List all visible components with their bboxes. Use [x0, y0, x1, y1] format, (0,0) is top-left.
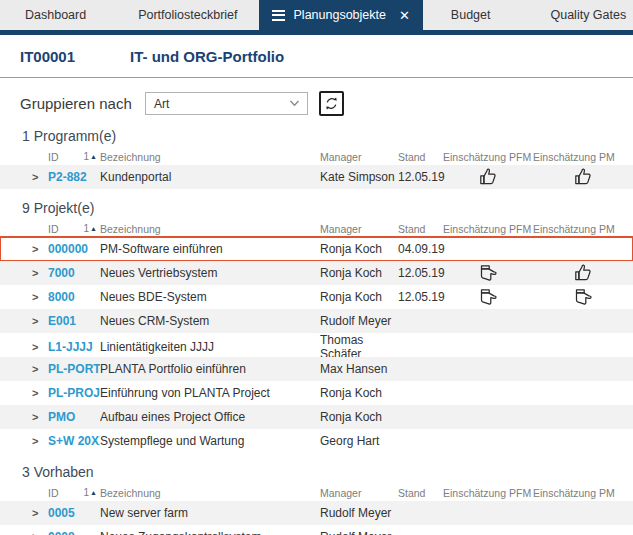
thumb-sideways-icon [478, 287, 498, 307]
tab-label: Budget [451, 8, 491, 22]
row-id-link[interactable]: 8000 [48, 290, 100, 304]
chevron-right-icon[interactable]: > [32, 315, 48, 327]
column-header-stand[interactable]: Stand [398, 151, 443, 163]
row-stand: 12.05.19 [398, 290, 443, 304]
row-id-link[interactable]: L1-JJJJ [48, 340, 100, 354]
portfolio-id: IT00001 [20, 48, 130, 65]
table-row[interactable]: >000000PM-Software einführenRonja Koch04… [0, 237, 633, 261]
column-header-einschaetzung-pm[interactable]: Einschätzung PM [533, 151, 633, 163]
column-header-bezeichnung[interactable]: Bezeichnung [100, 151, 320, 163]
tab-quality-gates[interactable]: Quality Gates [537, 0, 633, 30]
tab-budget[interactable]: Budget [438, 0, 504, 30]
tab-label: Portfoliosteckbrief [138, 8, 237, 22]
row-bezeichnung: Kundenportal [100, 170, 320, 184]
row-manager: Max Hansen [320, 362, 398, 376]
column-header-einschaetzung-pfm[interactable]: Einschätzung PFM [443, 223, 533, 235]
column-header-id[interactable]: ID1▲ [48, 487, 100, 499]
tab-dashboard[interactable]: Dashboard [12, 0, 99, 30]
column-header-manager[interactable]: Manager [320, 487, 398, 499]
row-einschaetzung-pfm [443, 263, 533, 283]
row-einschaetzung-pm [533, 263, 633, 283]
table-row[interactable]: >7000Neues VertriebsystemRonja Koch12.05… [0, 261, 633, 285]
column-header-manager[interactable]: Manager [320, 223, 398, 235]
section-title: 9 Projekt(e) [22, 200, 633, 216]
table-row[interactable]: >0005New server farmRudolf Meyer [0, 501, 633, 525]
row-id-link[interactable]: 7000 [48, 266, 100, 280]
column-header-einschaetzung-pm[interactable]: Einschätzung PM [533, 487, 633, 499]
refresh-icon [323, 95, 340, 112]
tab-planungsobjekte[interactable]: Planungsobjekte ✕ [259, 0, 423, 30]
row-stand: 12.05.19 [398, 266, 443, 280]
row-bezeichnung: Aufbau eines Project Office [100, 410, 320, 424]
column-header-manager[interactable]: Manager [320, 151, 398, 163]
row-bezeichnung: PM-Software einführen [100, 242, 320, 256]
row-id-link[interactable]: 0005 [48, 506, 100, 520]
chevron-right-icon[interactable]: > [32, 435, 48, 447]
row-bezeichnung: Linientätigkeiten JJJJ [100, 340, 320, 354]
chevron-right-icon[interactable]: > [32, 507, 48, 519]
column-header-einschaetzung-pfm[interactable]: Einschätzung PFM [443, 151, 533, 163]
chevron-right-icon[interactable]: > [32, 411, 48, 423]
thumb-sideways-icon [573, 287, 593, 307]
row-id-link[interactable]: PL-PROJECT [48, 386, 100, 400]
chevron-down-icon [289, 100, 300, 107]
row-bezeichnung: Neues CRM-System [100, 314, 320, 328]
row-einschaetzung-pm [533, 167, 633, 187]
row-id-link[interactable]: P2-882 [48, 170, 100, 184]
refresh-button[interactable] [319, 91, 344, 116]
chevron-right-icon[interactable]: > [32, 267, 48, 279]
row-id-link[interactable]: S+W 20XX [48, 434, 100, 448]
chevron-right-icon[interactable]: > [32, 291, 48, 303]
sort-indicator[interactable]: 1▲ [84, 487, 98, 498]
row-manager: Rudolf Meyer [320, 530, 398, 535]
hamburger-icon[interactable] [272, 10, 285, 21]
row-id-link[interactable]: PL-PORTFO... [48, 362, 100, 376]
close-icon[interactable]: ✕ [399, 9, 410, 22]
row-bezeichnung: Systempflege und Wartung [100, 434, 320, 448]
sort-indicator[interactable]: 1▲ [84, 223, 98, 234]
table-row[interactable]: >PL-PORTFO...PLANTA Portfolio einführenM… [0, 357, 633, 381]
portfolio-header: IT00001 IT- und ORG-Portfolio [0, 35, 633, 78]
row-manager: Rudolf Meyer [320, 506, 398, 520]
row-bezeichnung: Neues BDE-System [100, 290, 320, 304]
table-row[interactable]: >L1-JJJJLinientätigkeiten JJJJThomas Sch… [0, 333, 633, 357]
row-id-link[interactable]: 0008 [48, 530, 100, 535]
column-header-bezeichnung[interactable]: Bezeichnung [100, 487, 320, 499]
chevron-right-icon[interactable]: > [32, 363, 48, 375]
group-by-label: Gruppieren nach [20, 95, 145, 112]
table-row[interactable]: >PMOAufbau eines Project OfficeRonja Koc… [0, 405, 633, 429]
chevron-right-icon[interactable]: > [32, 243, 48, 255]
row-id-link[interactable]: 000000 [48, 242, 100, 256]
group-by-select[interactable]: Art [145, 92, 308, 115]
thumb-up-icon [573, 167, 593, 187]
row-manager: Ronja Koch [320, 266, 398, 280]
table-row[interactable]: >0008Neues ZugangskontrollsystemRudolf M… [0, 525, 633, 535]
chevron-right-icon[interactable]: > [32, 171, 48, 183]
row-id-link[interactable]: PMO [48, 410, 100, 424]
column-header-bezeichnung[interactable]: Bezeichnung [100, 223, 320, 235]
portfolio-title: IT- und ORG-Portfolio [130, 48, 284, 65]
table-row[interactable]: >S+W 20XXSystempflege und WartungGeorg H… [0, 429, 633, 453]
column-header-stand[interactable]: Stand [398, 223, 443, 235]
column-header-stand[interactable]: Stand [398, 487, 443, 499]
group-toolbar: Gruppieren nach Art [20, 91, 633, 116]
column-header-einschaetzung-pm[interactable]: Einschätzung PM [533, 223, 633, 235]
chevron-right-icon[interactable]: > [32, 387, 48, 399]
table-row[interactable]: >8000Neues BDE-SystemRonja Koch12.05.19 [0, 285, 633, 309]
table-row[interactable]: >E001Neues CRM-SystemRudolf Meyer [0, 309, 633, 333]
tab-bar: Dashboard Portfoliosteckbrief Planungsob… [0, 0, 633, 30]
tab-label: Planungsobjekte [294, 8, 386, 22]
row-manager: Ronja Koch [320, 386, 398, 400]
sort-indicator[interactable]: 1▲ [84, 151, 98, 162]
row-id-link[interactable]: E001 [48, 314, 100, 328]
table-row[interactable]: >P2-882KundenportalKate Simpson12.05.19 [0, 165, 633, 189]
row-manager: Kate Simpson [320, 170, 398, 184]
column-header-einschaetzung-pfm[interactable]: Einschätzung PFM [443, 487, 533, 499]
column-header-id[interactable]: ID1▲ [48, 151, 100, 163]
chevron-right-icon[interactable]: > [32, 341, 48, 353]
table-row[interactable]: >PL-PROJECTEinführung von PLANTA Project… [0, 381, 633, 405]
chevron-right-icon[interactable]: > [32, 531, 48, 535]
tab-portfoliosteckbrief[interactable]: Portfoliosteckbrief [125, 0, 250, 30]
column-header-id[interactable]: ID1▲ [48, 223, 100, 235]
row-bezeichnung: Einführung von PLANTA Project [100, 386, 320, 400]
